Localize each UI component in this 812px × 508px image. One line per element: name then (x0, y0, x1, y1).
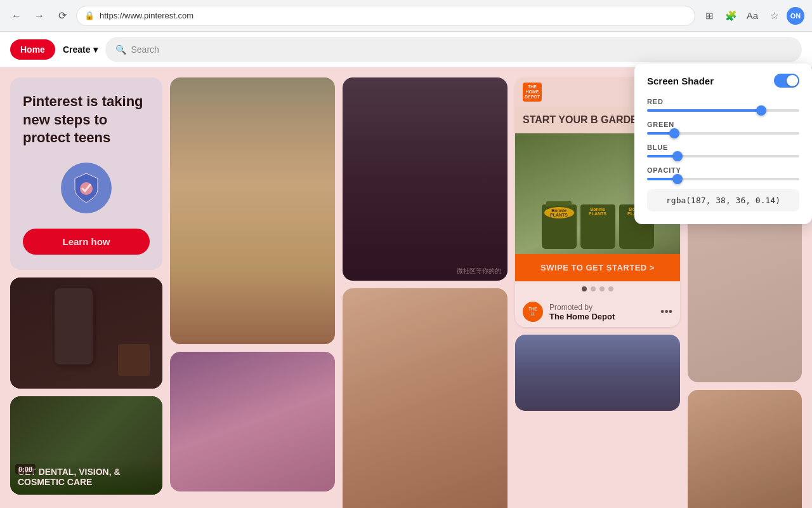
dental-ad-text: 0:08 GET DENTAL, VISION, & COSMETIC CARE (10, 459, 162, 495)
create-chevron-icon: ▾ (93, 44, 98, 55)
home-button[interactable]: Home (10, 39, 55, 60)
carousel-dots (515, 281, 680, 297)
lakeside-card[interactable] (515, 335, 680, 411)
asian-woman-card[interactable] (688, 390, 802, 508)
advertiser-name: The Home Depot (549, 312, 615, 321)
red-slider-fill (647, 109, 761, 112)
url-text: https://www.pinterest.com (100, 11, 193, 20)
shield-icon (61, 163, 112, 213)
create-button[interactable]: Create ▾ (63, 44, 98, 55)
reader-mode-button[interactable]: Aa (743, 7, 761, 25)
promoted-by-section: THEH Promoted by The Home Depot ••• (515, 297, 680, 327)
promoted-info: Promoted by The Home Depot (549, 303, 615, 321)
search-icon: 🔍 (115, 44, 126, 55)
column-2 (170, 77, 335, 508)
red-slider-row: RED (647, 98, 799, 112)
swipe-button[interactable]: SWIPE TO GET STARTED > (515, 254, 680, 281)
green-slider-track (647, 132, 799, 135)
back-button[interactable]: ← (8, 7, 25, 25)
search-bar[interactable]: 🔍 Search (105, 37, 802, 62)
browser-controls: ← → ⟳ (8, 7, 71, 25)
extensions-button[interactable]: 🧩 (722, 7, 740, 25)
red-slider-track (647, 109, 799, 112)
green-slider-row: GREEN (647, 121, 799, 135)
learn-how-button[interactable]: Learn how (23, 229, 150, 255)
video-duration-badge: 0:08 (15, 464, 36, 474)
opacity-slider-row: OPACITY (647, 166, 799, 180)
promoted-logo: THEH (523, 302, 543, 322)
create-label: Create (63, 44, 91, 55)
pinterest-header: Home Create ▾ 🔍 Search (0, 32, 812, 67)
blue-slider-thumb[interactable] (672, 151, 683, 161)
address-bar[interactable]: 🔒 https://www.pinterest.com (76, 6, 695, 26)
forward-button[interactable]: → (30, 7, 48, 25)
green-slider-thumb[interactable] (669, 128, 679, 138)
profile-label: ON (790, 12, 801, 20)
teens-card-title: Pinterest is taking new steps to protect… (23, 93, 150, 147)
red-slider-thumb[interactable] (756, 105, 766, 116)
search-placeholder: Search (131, 44, 159, 55)
column-1: Pinterest is taking new steps to protect… (10, 77, 162, 508)
opacity-slider-track (647, 178, 799, 180)
shader-popup: Screen Shader RED GREEN BLUE (634, 64, 812, 224)
dot-2 (591, 286, 596, 291)
red-label: RED (647, 98, 799, 105)
rgba-display: rgba(187, 38, 36, 0.14) (647, 189, 799, 211)
lock-icon: 🔒 (84, 11, 95, 20)
dot-3 (599, 286, 605, 291)
shader-header: Screen Shader (647, 74, 799, 88)
blue-slider-track (647, 155, 799, 157)
dot-4 (608, 286, 613, 291)
more-options-button[interactable]: ••• (660, 305, 672, 319)
dental-ad-card[interactable]: 0:08 GET DENTAL, VISION, & COSMETIC CARE (10, 396, 162, 495)
browser-actions: ⊞ 🧩 Aa ☆ ON (700, 7, 804, 25)
teens-card: Pinterest is taking new steps to protect… (10, 77, 162, 270)
portrait-woman-card[interactable] (343, 288, 508, 508)
promoted-by-label: Promoted by (549, 303, 615, 312)
woman-beige-card[interactable] (170, 77, 335, 344)
bookmark-button[interactable]: ☆ (765, 7, 783, 25)
blue-label: BLUE (647, 144, 799, 151)
black-dress-card[interactable]: 微社区等你的的 (343, 77, 508, 281)
coffee-image-card[interactable] (10, 277, 162, 389)
toggle-knob (787, 75, 798, 86)
green-label: GREEN (647, 121, 799, 128)
tab-grid-button[interactable]: ⊞ (700, 7, 718, 25)
opacity-label: OPACITY (647, 166, 799, 174)
shader-toggle[interactable] (774, 74, 799, 88)
profile-icon[interactable]: ON (787, 7, 804, 25)
browser-chrome: ← → ⟳ 🔒 https://www.pinterest.com ⊞ 🧩 Aa… (0, 0, 812, 32)
shader-title: Screen Shader (647, 76, 714, 86)
blue-slider-row: BLUE (647, 144, 799, 157)
dot-1 (582, 286, 587, 291)
refresh-button[interactable]: ⟳ (53, 7, 71, 25)
opacity-slider-thumb[interactable] (672, 174, 683, 184)
home-depot-logo: THEHOMEDEPOT (523, 83, 542, 102)
pinterest-page: Home Create ▾ 🔍 Search Pinterest is taki… (0, 32, 812, 508)
woman-selfie-card[interactable] (170, 352, 335, 491)
column-3: 微社区等你的的 (343, 77, 508, 508)
